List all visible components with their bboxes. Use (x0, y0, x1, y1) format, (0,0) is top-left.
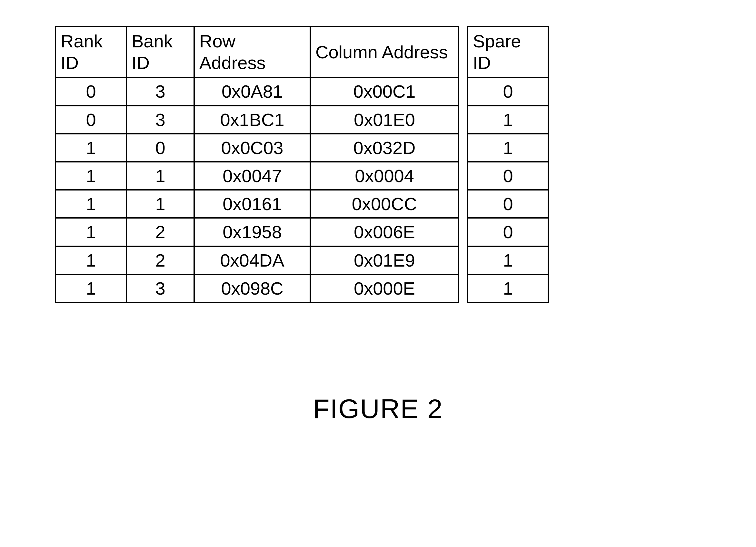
table-row: 1 2 0x1958 0x006E (55, 218, 459, 246)
header-row-address: Row Address (194, 26, 310, 77)
table-row: 1 1 0x0161 0x00CC (55, 190, 459, 218)
main-table-body: 0 3 0x0A81 0x00C1 0 3 0x1BC1 0x01E0 1 0 … (55, 77, 459, 302)
table-row: 1 1 0x0047 0x0004 (55, 162, 459, 190)
cell-rank-id: 1 (55, 218, 126, 246)
cell-column-address: 0x006E (310, 218, 459, 246)
cell-column-address: 0x0004 (310, 162, 459, 190)
header-spare-id: Spare ID (468, 26, 548, 77)
table-row: 0 (468, 77, 548, 105)
cell-column-address: 0x00CC (310, 190, 459, 218)
header-row: Rank ID Bank ID Row Address Column Addre… (55, 26, 459, 77)
cell-column-address: 0x01E0 (310, 106, 459, 134)
table-row: 1 0 0x0C03 0x032D (55, 134, 459, 162)
cell-bank-id: 2 (126, 246, 194, 274)
table-row: 1 (468, 106, 548, 134)
table-row: 1 3 0x098C 0x000E (55, 274, 459, 302)
header-rank-id: Rank ID (55, 26, 126, 77)
cell-bank-id: 3 (126, 274, 194, 302)
table-row: 0 3 0x1BC1 0x01E0 (55, 106, 459, 134)
table-row: 0 (468, 218, 548, 246)
cell-spare-id: 1 (468, 106, 548, 134)
cell-bank-id: 0 (126, 134, 194, 162)
header-column-address: Column Address (310, 26, 459, 77)
figure-caption: FIGURE 2 (0, 393, 756, 424)
table-row: 0 (468, 190, 548, 218)
cell-row-address: 0x0A81 (194, 77, 310, 105)
table-row: 0 (468, 162, 548, 190)
cell-column-address: 0x032D (310, 134, 459, 162)
cell-spare-id: 1 (468, 134, 548, 162)
cell-column-address: 0x000E (310, 274, 459, 302)
cell-rank-id: 1 (55, 190, 126, 218)
cell-rank-id: 1 (55, 162, 126, 190)
cell-bank-id: 3 (126, 77, 194, 105)
table-row: 1 (468, 274, 548, 302)
cell-spare-id: 0 (468, 190, 548, 218)
cell-rank-id: 0 (55, 106, 126, 134)
cell-spare-id: 0 (468, 77, 548, 105)
figure-container: Rank ID Bank ID Row Address Column Addre… (55, 26, 549, 303)
cell-column-address: 0x01E9 (310, 246, 459, 274)
cell-rank-id: 1 (55, 134, 126, 162)
table-group: Rank ID Bank ID Row Address Column Addre… (55, 26, 549, 303)
cell-row-address: 0x0C03 (194, 134, 310, 162)
cell-rank-id: 0 (55, 77, 126, 105)
cell-row-address: 0x04DA (194, 246, 310, 274)
cell-bank-id: 1 (126, 162, 194, 190)
header-row: Spare ID (468, 26, 548, 77)
cell-bank-id: 1 (126, 190, 194, 218)
cell-bank-id: 3 (126, 106, 194, 134)
cell-spare-id: 0 (468, 162, 548, 190)
cell-bank-id: 2 (126, 218, 194, 246)
cell-rank-id: 1 (55, 246, 126, 274)
cell-row-address: 0x1958 (194, 218, 310, 246)
cell-row-address: 0x0047 (194, 162, 310, 190)
main-table: Rank ID Bank ID Row Address Column Addre… (55, 26, 459, 303)
cell-row-address: 0x1BC1 (194, 106, 310, 134)
table-row: 1 (468, 134, 548, 162)
cell-spare-id: 0 (468, 218, 548, 246)
table-row: 1 2 0x04DA 0x01E9 (55, 246, 459, 274)
cell-column-address: 0x00C1 (310, 77, 459, 105)
header-bank-id: Bank ID (126, 26, 194, 77)
spare-table: Spare ID 0 1 1 0 0 0 1 1 (467, 26, 549, 303)
cell-rank-id: 1 (55, 274, 126, 302)
table-row: 1 (468, 246, 548, 274)
cell-row-address: 0x0161 (194, 190, 310, 218)
cell-spare-id: 1 (468, 274, 548, 302)
spare-table-body: 0 1 1 0 0 0 1 1 (468, 77, 548, 302)
cell-spare-id: 1 (468, 246, 548, 274)
cell-row-address: 0x098C (194, 274, 310, 302)
table-row: 0 3 0x0A81 0x00C1 (55, 77, 459, 105)
